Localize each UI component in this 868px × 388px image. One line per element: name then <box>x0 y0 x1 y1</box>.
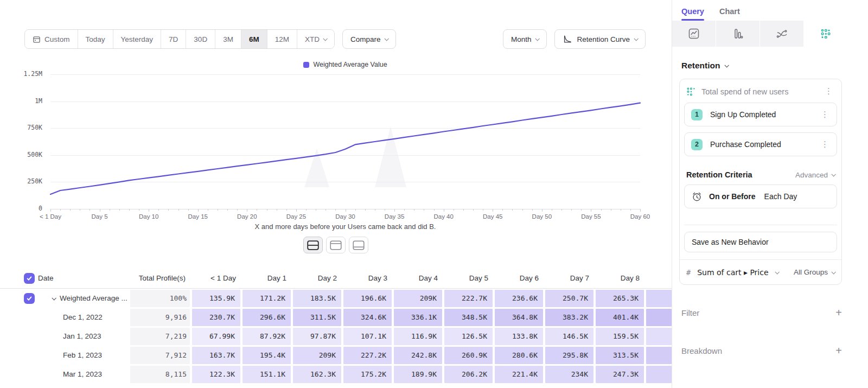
column-header[interactable]: Day 7 <box>544 268 595 288</box>
row-label[interactable]: Dec 1, 2022 <box>38 308 129 327</box>
retention-value-cell: 234K <box>545 366 593 383</box>
range-3m[interactable]: 3M <box>215 30 241 48</box>
column-header[interactable]: Day 2 <box>292 268 342 288</box>
x-axis-tick <box>119 209 120 211</box>
tab-chart[interactable]: Chart <box>719 7 740 21</box>
x-axis-tick <box>178 209 179 211</box>
chevron-down-icon <box>323 36 327 41</box>
save-as-new-behavior-button[interactable]: Save as New Behavior <box>684 232 837 252</box>
column-header[interactable]: Day 8 <box>595 268 645 288</box>
column-header[interactable]: Total Profile(s) <box>129 268 191 288</box>
funnels-report-tab[interactable] <box>716 21 760 47</box>
granularity-button[interactable]: Month <box>503 29 547 49</box>
step-kebab-menu[interactable]: ⋮ <box>819 139 831 150</box>
y-axis-label: 1.25M <box>12 70 42 78</box>
range-7d[interactable]: 7D <box>161 30 186 48</box>
step-purchase-completed[interactable]: 2 Purchase Completed ⋮ <box>684 132 837 156</box>
split-view-toggle[interactable] <box>303 237 323 253</box>
toolbar: CustomTodayYesterday7D30D3M6M12MXTD Comp… <box>24 29 646 49</box>
sidebar-tabs: Query Chart <box>672 0 868 21</box>
add-breakdown-button[interactable]: + <box>835 345 842 357</box>
step-number-badge: 2 <box>691 139 703 150</box>
retention-value-cell <box>646 328 672 345</box>
retention-value-cell: 87.92K <box>242 328 291 345</box>
column-header[interactable]: Day 5 <box>443 268 494 288</box>
insights-report-tab[interactable] <box>672 21 716 47</box>
behavior-steps: 1 Sign Up Completed ⋮ 2 Purchase Complet… <box>680 103 841 156</box>
chart-view-toggle[interactable] <box>326 237 346 253</box>
compare-button[interactable]: Compare <box>342 29 397 49</box>
measure-row[interactable]: # Sum of cart ▸ Price All Groups <box>680 259 841 284</box>
range-30d[interactable]: 30D <box>186 30 215 48</box>
range-yesterday[interactable]: Yesterday <box>113 30 161 48</box>
criteria-period-dropdown[interactable]: Each Day <box>764 192 797 201</box>
table-row: Feb 1, 20237,912163.7K195.4K209K227.2K24… <box>0 346 672 365</box>
column-header[interactable]: Day 3 <box>342 268 393 288</box>
range-6m[interactable]: 6M <box>241 30 267 48</box>
table-view-toggle[interactable] <box>349 237 368 253</box>
row-label[interactable]: Mar 1, 2023 <box>38 365 129 384</box>
range-label: Yesterday <box>121 35 154 43</box>
add-filter-button[interactable]: + <box>835 307 842 319</box>
column-header-date[interactable]: Date <box>38 268 129 288</box>
x-axis-tick <box>257 209 257 211</box>
column-header[interactable]: Day 1 <box>241 268 292 288</box>
retention-value-cell: 222.7K <box>444 290 493 307</box>
x-axis-tick <box>158 209 159 211</box>
x-axis-tick <box>512 209 513 211</box>
retention-value-cell: 209K <box>394 290 442 307</box>
retention-value-cell: 295.8K <box>545 347 593 364</box>
x-axis-tick <box>346 209 346 212</box>
criteria-operator[interactable]: On or Before <box>709 192 756 201</box>
range-label: 7D <box>169 35 178 43</box>
behavior-header[interactable]: Total spend of new users ⋮ <box>680 79 841 103</box>
range-today[interactable]: Today <box>78 30 113 48</box>
tab-query[interactable]: Query <box>681 7 704 21</box>
row-checkbox[interactable] <box>24 293 35 304</box>
x-axis-tick <box>473 209 474 211</box>
row-label[interactable]: Jan 1, 2023 <box>38 327 129 346</box>
breakdown-section[interactable]: Breakdown + <box>681 345 842 357</box>
chart-type-button[interactable]: Retention Curve <box>554 29 646 49</box>
compare-label: Compare <box>350 35 381 43</box>
advanced-dropdown[interactable]: Advanced <box>795 171 835 179</box>
table-row: Mar 1, 20238,115122.3K151.1K162.3K175.2K… <box>0 365 672 384</box>
retention-value-cell: 206.2K <box>444 366 493 383</box>
step-sign-up-completed[interactable]: 1 Sign Up Completed ⋮ <box>684 103 837 126</box>
behavior-kebab-menu[interactable]: ⋮ <box>822 86 835 97</box>
retention-value-cell: 195.4K <box>242 347 291 364</box>
all-groups-dropdown[interactable]: All Groups <box>794 268 835 276</box>
measure-property-dropdown[interactable]: Sum of cart ▸ Price <box>697 268 768 277</box>
chevron-down-icon <box>385 36 389 41</box>
column-header[interactable]: Day 6 <box>494 268 544 288</box>
x-axis-tick <box>444 209 444 212</box>
retention-value-cell: 159.5K <box>596 328 644 345</box>
range-custom[interactable]: Custom <box>25 30 78 48</box>
x-axis-tick <box>80 209 80 211</box>
retention-value-cell: 401.4K <box>596 309 644 326</box>
row-label[interactable]: Feb 1, 2023 <box>38 346 129 365</box>
flows-report-tab[interactable] <box>760 21 803 47</box>
chevron-down-icon <box>535 36 540 41</box>
retention-value-cell: 126.5K <box>444 328 493 345</box>
filter-section[interactable]: Filter + <box>681 307 842 319</box>
row-label[interactable]: Weighted Average ... <box>38 289 129 308</box>
x-axis-caption: X and more days before your Users came b… <box>50 222 640 231</box>
criteria-row[interactable]: On or Before Each Day <box>684 185 837 208</box>
x-axis-label: Day 40 <box>433 213 453 220</box>
retention-report-tab[interactable] <box>804 21 847 47</box>
column-header[interactable]: Day 4 <box>393 268 443 288</box>
row-checkbox[interactable] <box>24 273 35 284</box>
range-xtd[interactable]: XTD <box>297 30 334 48</box>
total-profiles-cell: 9,916 <box>130 309 190 326</box>
step-kebab-menu[interactable]: ⋮ <box>819 110 831 120</box>
retention-value-cell: 296.6K <box>242 309 291 326</box>
range-12m[interactable]: 12M <box>267 30 297 48</box>
x-axis-label: Day 35 <box>385 213 404 220</box>
x-axis-tick <box>493 209 493 212</box>
column-header[interactable]: < 1 Day <box>191 268 241 288</box>
view-toggle-group <box>0 237 672 253</box>
chart-legend[interactable]: Weighted Average Value <box>50 61 640 68</box>
advanced-label: Advanced <box>795 171 828 179</box>
retention-section-dropdown[interactable]: Retention <box>681 61 868 71</box>
